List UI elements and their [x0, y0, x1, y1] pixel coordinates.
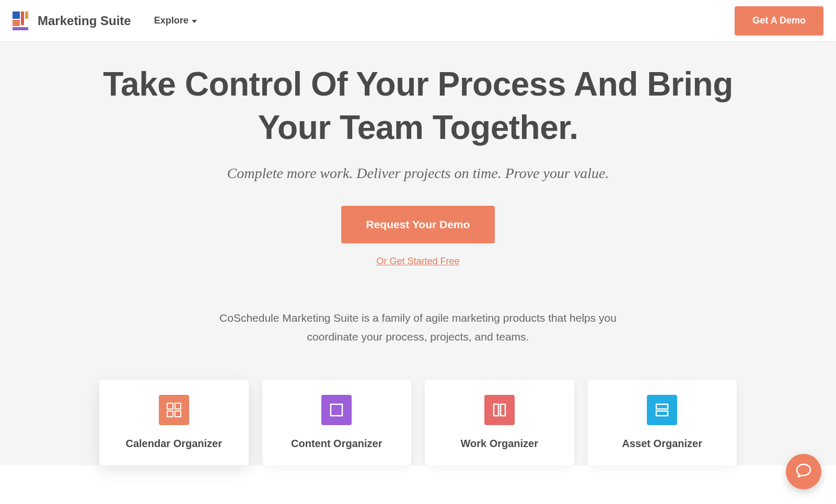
svg-rect-3 — [13, 20, 20, 26]
svg-rect-11 — [501, 404, 505, 416]
logo-mark-icon — [13, 11, 31, 30]
svg-rect-12 — [656, 404, 668, 409]
svg-rect-0 — [13, 11, 20, 19]
svg-rect-8 — [175, 411, 181, 417]
chat-button[interactable] — [786, 454, 821, 489]
card-title: Calendar Organizer — [125, 438, 222, 450]
svg-rect-1 — [21, 11, 24, 25]
svg-rect-10 — [494, 404, 498, 416]
card-title: Work Organizer — [460, 438, 538, 450]
site-header: Marketing Suite Explore Get A Demo — [0, 0, 836, 42]
svg-rect-2 — [25, 11, 28, 19]
chat-icon — [795, 462, 812, 481]
svg-rect-4 — [13, 27, 28, 30]
get-a-demo-button[interactable]: Get A Demo — [735, 6, 823, 36]
request-demo-button[interactable]: Request Your Demo — [341, 206, 495, 243]
work-organizer-icon — [484, 395, 515, 425]
get-started-free-link[interactable]: Or Get Started Free — [376, 256, 459, 267]
card-calendar-organizer[interactable]: Calendar Organizer — [99, 380, 249, 465]
nav-explore-label: Explore — [154, 15, 189, 26]
hero-section: Take Control Of Your Process And Bring Y… — [0, 42, 836, 465]
calendar-organizer-icon — [159, 395, 189, 425]
content-organizer-icon — [321, 395, 352, 425]
card-title: Asset Organizer — [622, 438, 702, 450]
hero-subtitle: Complete more work. Deliver projects on … — [78, 165, 758, 182]
svg-rect-5 — [167, 403, 173, 409]
svg-rect-9 — [331, 404, 342, 416]
asset-organizer-icon — [647, 395, 677, 425]
svg-rect-7 — [167, 411, 173, 417]
card-content-organizer[interactable]: Content Organizer — [262, 380, 412, 465]
nav-explore-dropdown[interactable]: Explore — [154, 15, 197, 26]
svg-rect-6 — [175, 403, 181, 409]
card-title: Content Organizer — [291, 438, 382, 450]
card-asset-organizer[interactable]: Asset Organizer — [588, 380, 737, 465]
brand-logo[interactable]: Marketing Suite — [13, 11, 131, 30]
svg-rect-13 — [656, 411, 668, 416]
chevron-down-icon — [192, 20, 197, 23]
brand-name: Marketing Suite — [38, 14, 131, 28]
product-cards: Calendar Organizer Content Organizer — [78, 380, 758, 465]
hero-description: CoSchedule Marketing Suite is a family o… — [193, 309, 643, 346]
card-work-organizer[interactable]: Work Organizer — [425, 380, 574, 465]
hero-title: Take Control Of Your Process And Bring Y… — [78, 63, 758, 149]
